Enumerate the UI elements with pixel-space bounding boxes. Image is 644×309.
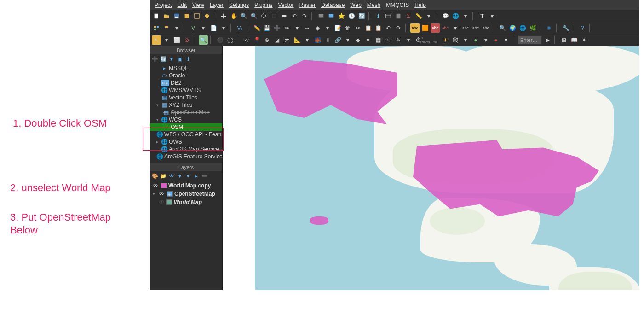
label-highlight-icon[interactable]: abc [431, 23, 440, 33]
add-group-icon[interactable]: 📁 [160, 173, 167, 179]
open-project-icon[interactable] [162, 12, 171, 21]
menu-edit[interactable]: Edit [174, 2, 190, 8]
new-bookmark-icon[interactable]: ⭐ [337, 12, 346, 21]
layout-manager-icon[interactable] [192, 12, 201, 21]
redo-icon[interactable]: ↷ [394, 23, 403, 33]
pan-to-selection-icon[interactable]: ✋ [229, 12, 238, 21]
map-tips-icon[interactable]: 💬 [441, 12, 450, 21]
deselect-all-icon[interactable]: ⊘ [182, 35, 191, 45]
snap-icon[interactable]: ◆ [353, 35, 362, 45]
shape-tool-icon[interactable]: ◢ [272, 35, 282, 45]
advanced-digitize-icon[interactable]: 📐 [293, 35, 302, 45]
dropdown-icon[interactable]: ▾ [424, 12, 433, 21]
heatmap-icon[interactable]: ☀ [441, 35, 450, 45]
zoom-to-selection-icon[interactable] [270, 12, 279, 21]
label-123-icon[interactable]: 123 [384, 35, 393, 45]
paste-features-icon[interactable]: 📋 [374, 23, 383, 33]
centroid-icon[interactable]: ● [471, 35, 480, 45]
browser-item-vector-tiles[interactable]: ▦Vector Tiles [150, 94, 222, 101]
statistics-icon[interactable]: Σ [404, 12, 413, 21]
collapse-all-layers-icon[interactable]: ▸ [193, 173, 200, 179]
menu-database[interactable]: Database [318, 2, 347, 8]
xy-tool-icon[interactable]: xy [242, 35, 251, 45]
zoom-in-icon[interactable]: 🔍 [239, 12, 248, 21]
delete-selected-icon[interactable]: 🗑 [343, 23, 352, 33]
dropdown-icon[interactable]: ▾ [501, 35, 511, 45]
layer-styling-icon[interactable]: 🎨 [152, 173, 158, 179]
new-map-view-icon[interactable] [316, 12, 326, 21]
new-shapefile-icon[interactable]: 📄 [209, 23, 218, 33]
locate-icon[interactable]: 🔍 [199, 35, 208, 45]
dropdown-icon[interactable]: ▾ [219, 23, 228, 33]
menu-mesh[interactable]: Mesh [364, 2, 383, 8]
browser-item-wcs[interactable]: ▾🌐WCS [150, 116, 222, 123]
lat-lon-tool-icon[interactable]: 📍 [252, 35, 261, 45]
filter-layers-icon[interactable]: ▼ [177, 173, 183, 179]
data-source-manager-icon[interactable] [152, 23, 161, 33]
zoom-full-icon[interactable] [259, 12, 269, 21]
browser-item-db2[interactable]: DB2DB2 [150, 79, 222, 87]
dropdown-icon[interactable]: ▾ [451, 23, 460, 33]
browser-item-wfs[interactable]: 🌐WFS / OGC API - Features [150, 131, 222, 138]
zoom-out-icon[interactable]: 🔍 [249, 12, 259, 21]
globe-icon[interactable]: 🌐 [451, 12, 460, 21]
browser-item-arcgis-map[interactable]: 🌐ArcGIS Map Service [150, 146, 222, 153]
diagram-tool-icon[interactable]: 🟧 [420, 23, 430, 33]
dropdown-icon[interactable]: ▾ [199, 23, 208, 33]
dropdown-icon[interactable]: ▾ [363, 35, 373, 45]
metasearch-icon[interactable]: 🔍 [498, 23, 507, 33]
dropdown-icon[interactable]: ▾ [481, 35, 490, 45]
browser-item-xyz-tiles[interactable]: ▾▦XYZ Tiles [150, 101, 222, 109]
python-console-icon[interactable] [545, 23, 554, 33]
menu-project[interactable]: Project [152, 2, 174, 8]
menu-web[interactable]: Web [347, 2, 364, 8]
menu-settings[interactable]: Settings [226, 2, 252, 8]
visibility-toggle-off-icon[interactable]: 👁 [158, 199, 165, 205]
browser-item-wms[interactable]: 🌐WMS/WMTS [150, 87, 222, 94]
add-feature-icon[interactable]: ➕ [272, 23, 282, 33]
route-icon[interactable]: 🔗 [333, 35, 342, 45]
deselect-icon[interactable]: ⬜ [172, 35, 181, 45]
new-geopackage-icon[interactable] [162, 23, 171, 33]
browser-item-arcgis-feature[interactable]: 🌐ArcGIS Feature Service [150, 153, 222, 160]
filter-browser-icon[interactable]: ▼ [168, 56, 175, 62]
cut-features-icon[interactable]: ✂ [353, 23, 362, 33]
browser-item-oracle[interactable]: ⬭Oracle [150, 72, 222, 79]
select-features-icon[interactable]: ↖ [152, 35, 161, 45]
attribute-table-icon[interactable] [384, 12, 393, 21]
zoom-last-icon[interactable]: ↶ [290, 12, 299, 21]
buffer-icon[interactable]: ● [491, 35, 500, 45]
modify-attributes-icon[interactable]: 📝 [333, 23, 342, 33]
new-3d-view-icon[interactable] [327, 12, 336, 21]
collapse-all-icon[interactable]: ▣ [177, 56, 183, 62]
visibility-toggle-icon[interactable]: 👁 [159, 191, 165, 197]
field-calculator-icon[interactable] [394, 12, 403, 21]
measure-icon[interactable]: 📏 [414, 12, 423, 21]
dropdown-icon[interactable]: ▾ [461, 12, 470, 21]
refresh-browser-icon[interactable]: 🔄 [160, 56, 167, 62]
identify-icon[interactable]: ℹ [374, 12, 383, 21]
toggle-editing-icon[interactable]: ✏️ [252, 23, 261, 33]
map-canvas[interactable] [255, 46, 639, 290]
dropdown-icon[interactable]: ▾ [293, 23, 302, 33]
topology-icon[interactable]: ▦ [374, 35, 383, 45]
style-manager-icon[interactable] [202, 12, 212, 21]
remove-layer-icon[interactable]: ➖ [201, 173, 208, 179]
bridge-icon[interactable]: 🌉 [313, 35, 322, 45]
conversion-icon[interactable]: ⇄ [282, 35, 292, 45]
menu-plugins[interactable]: Plugins [252, 2, 275, 8]
new-print-layout-icon[interactable] [182, 12, 191, 21]
dropdown-icon[interactable]: ▾ [461, 35, 470, 45]
refresh-icon[interactable]: 🔄 [357, 12, 366, 21]
dropdown-icon[interactable]: ▾ [162, 35, 171, 45]
tracing-icon[interactable]: ✎ [394, 35, 403, 45]
plugin-1-icon[interactable]: 🔧 [561, 23, 570, 33]
change-label-icon[interactable]: abc [481, 23, 490, 33]
label-tool-icon[interactable]: abc [410, 23, 420, 33]
atlas-icon[interactable]: 📖 [569, 35, 579, 45]
zoom-next-icon[interactable]: ↷ [300, 12, 309, 21]
layer-item-openstreetmap[interactable]: ▾ 👁 ✦ OpenStreetMap [150, 190, 222, 198]
expression-input[interactable]: Enter… [518, 35, 542, 45]
save-icon[interactable] [172, 12, 181, 21]
digitize-icon[interactable]: ✏ [282, 23, 292, 33]
